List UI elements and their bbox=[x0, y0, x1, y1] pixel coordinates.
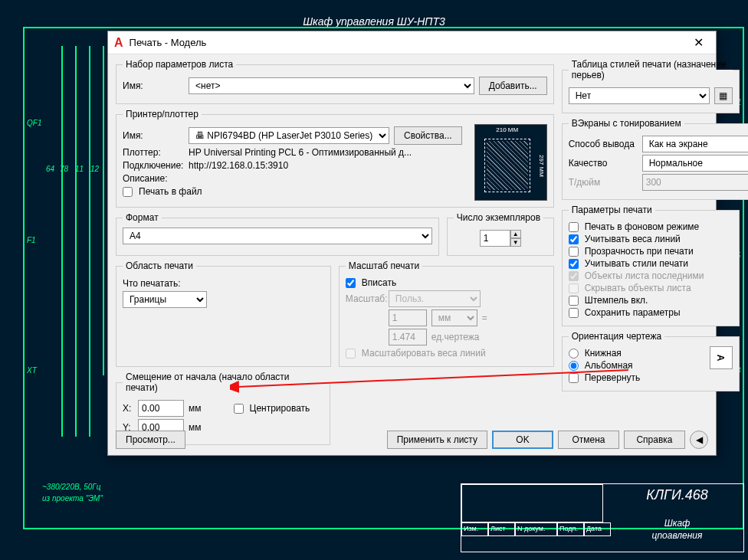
apply-to-layout-button[interactable]: Применить к листу bbox=[387, 431, 487, 449]
cad-num-12: 12 bbox=[90, 165, 99, 173]
copies-up-icon[interactable]: ▲ bbox=[510, 230, 521, 238]
format-select[interactable]: A4 bbox=[123, 228, 432, 244]
orientation-group: Ориентация чертежа Книжная Альбомная Пер… bbox=[562, 331, 740, 391]
page-setup-legend: Набор параметров листа bbox=[123, 59, 236, 70]
orientation-preview-icon: A bbox=[710, 346, 733, 369]
cad-num-78: 78 bbox=[60, 165, 68, 173]
offset-legend: Смещение от начала (начало области печат… bbox=[123, 372, 323, 393]
preview-height-label: 297 MM bbox=[538, 139, 545, 192]
plotter-value: HP Universal Printing PCL 6 - Оптимизиро… bbox=[189, 147, 412, 158]
print-area-legend: Область печати bbox=[123, 260, 196, 271]
opt-hide-objects-checkbox: Скрывать объекты листа bbox=[569, 283, 733, 293]
dialog-titlebar[interactable]: A Печать - Модель ✕ bbox=[108, 31, 716, 54]
format-legend: Формат bbox=[123, 212, 162, 223]
scale-group: Масштаб печати Вписать Масштаб: Польз. м… bbox=[339, 260, 554, 367]
help-button[interactable]: Справка bbox=[624, 431, 685, 449]
preview-width-label: 210 MM bbox=[484, 126, 530, 133]
opt-background-checkbox[interactable]: Печать в фоновом режиме bbox=[569, 221, 733, 232]
viewport-legend: ВЭкраны с тонированием bbox=[569, 118, 684, 129]
cad-label-qf1: QF1 bbox=[27, 119, 41, 127]
cad-drawing-title: Шкаф управления ШУ-НПТ3 bbox=[0, 15, 748, 28]
dialog-title: Печать - Модель bbox=[130, 37, 687, 48]
copies-down-icon[interactable]: ▼ bbox=[510, 238, 521, 247]
opt-save-checkbox[interactable]: Сохранить параметры bbox=[569, 307, 733, 318]
page-setup-group: Набор параметров листа Имя: <нет> Добави… bbox=[116, 59, 554, 104]
opt-paperspace-last-checkbox: Объекты листа последними bbox=[569, 270, 733, 281]
connection-value: http://192.168.0.15:3910 bbox=[189, 160, 288, 171]
printer-properties-button[interactable]: Свойства... bbox=[394, 126, 462, 145]
quality-select[interactable]: Нормальное bbox=[642, 155, 748, 172]
plot-style-edit-icon[interactable]: ▦ bbox=[714, 87, 733, 104]
what-print-label: Что печатать: bbox=[123, 278, 181, 289]
cad-project-ref: из проекта "ЭМ" bbox=[42, 494, 103, 503]
cad-label-f1: F1 bbox=[27, 236, 36, 244]
scale-select: Польз. bbox=[389, 290, 481, 307]
offset-x-input[interactable] bbox=[138, 400, 184, 417]
print-options-legend: Параметры печати bbox=[569, 205, 655, 215]
copies-input[interactable] bbox=[480, 230, 510, 247]
cad-num-11: 11 bbox=[75, 165, 84, 173]
connection-label: Подключение: bbox=[123, 160, 184, 171]
orientation-legend: Ориентация чертежа bbox=[569, 331, 664, 342]
printer-name-label: Имя: bbox=[123, 130, 184, 141]
copies-spinner[interactable]: ▲▼ bbox=[480, 230, 521, 247]
print-dialog: A Печать - Модель ✕ Набор параметров лис… bbox=[107, 31, 717, 456]
copies-legend: Число экземпляров bbox=[454, 212, 543, 223]
opt-transparency-checkbox[interactable]: Прозрачность при печати bbox=[569, 246, 733, 257]
expand-dialog-icon[interactable]: ◀ bbox=[690, 431, 708, 449]
offset-x-label: X: bbox=[123, 403, 133, 414]
what-print-select[interactable]: Границы bbox=[123, 291, 207, 308]
drawing-units-label: ед.чертежа bbox=[431, 332, 480, 342]
orientation-upside-checkbox[interactable]: Перевернуть bbox=[569, 372, 704, 383]
print-to-file-checkbox[interactable]: Печать в файл bbox=[123, 186, 462, 197]
printer-legend: Принтер/плоттер bbox=[123, 109, 202, 120]
dpi-label: Т/дюйм bbox=[569, 177, 638, 188]
scale-denominator-input bbox=[389, 329, 427, 345]
ok-button[interactable]: OK bbox=[492, 431, 553, 449]
plot-style-select[interactable]: Нет bbox=[569, 87, 710, 104]
cad-title-block: Изм. Лист N докум. Подп. Дата КЛГИ.468 Ш… bbox=[461, 483, 744, 552]
format-group: Формат A4 bbox=[116, 212, 439, 256]
cad-num-64: 64 bbox=[46, 165, 54, 173]
offset-x-unit: мм bbox=[189, 403, 202, 414]
quality-label: Качество bbox=[569, 158, 638, 169]
dpi-input bbox=[642, 174, 748, 191]
plot-styles-group: Таблица стилей печати (назначение перьев… bbox=[562, 59, 740, 113]
app-logo-icon: A bbox=[114, 36, 123, 50]
plotter-label: Плоттер: bbox=[123, 147, 184, 158]
pageset-name-select[interactable]: <нет> bbox=[189, 77, 474, 94]
plot-styles-legend: Таблица стилей печати (назначение перьев… bbox=[569, 59, 733, 80]
pageset-add-button[interactable]: Добавить... bbox=[479, 77, 547, 95]
printer-group: Принтер/плоттер Имя: 🖶 NPI6794BD (HP Las… bbox=[116, 109, 554, 208]
printer-name-select[interactable]: 🖶 NPI6794BD (HP LaserJet P3010 Series) bbox=[189, 127, 389, 144]
scale-equals: = bbox=[482, 313, 487, 323]
paper-preview: 210 MM 297 MM bbox=[474, 124, 547, 201]
center-checkbox[interactable]: Центрировать bbox=[234, 403, 310, 414]
orientation-landscape-radio[interactable]: Альбомная bbox=[569, 360, 704, 371]
scale-unit-select[interactable]: мм bbox=[431, 309, 477, 326]
copies-group: Число экземпляров ▲▼ bbox=[447, 212, 554, 256]
print-area-group: Область печати Что печатать: Границы bbox=[116, 260, 331, 367]
viewport-group: ВЭкраны с тонированием Способ вывода Как… bbox=[562, 118, 748, 200]
cad-label-xt: XT bbox=[27, 366, 37, 375]
orientation-portrait-radio[interactable]: Книжная bbox=[569, 348, 704, 359]
scale-numerator-input bbox=[389, 309, 427, 326]
description-label: Описание: bbox=[123, 173, 184, 184]
scale-legend: Масштаб печати bbox=[346, 260, 422, 271]
shade-method-select[interactable]: Как на экране bbox=[642, 136, 748, 152]
shade-method-label: Способ вывода bbox=[569, 139, 638, 149]
close-icon[interactable]: ✕ bbox=[687, 35, 710, 50]
scale-label: Масштаб: bbox=[346, 293, 384, 304]
opt-plot-styles-checkbox[interactable]: Учитывать стили печати bbox=[569, 258, 733, 269]
cad-voltage: ~380/220В, 50Гц bbox=[42, 483, 101, 491]
opt-lineweights-checkbox[interactable]: Учитывать веса линий bbox=[569, 234, 733, 244]
cancel-button[interactable]: Отмена bbox=[558, 431, 619, 449]
print-options-group: Параметры печати Печать в фоновом режиме… bbox=[562, 205, 740, 326]
pageset-name-label: Имя: bbox=[123, 80, 184, 91]
preview-button[interactable]: Просмотр... bbox=[116, 431, 185, 449]
fit-checkbox[interactable]: Вписать bbox=[346, 277, 547, 288]
opt-stamp-checkbox[interactable]: Штемпель вкл. bbox=[569, 295, 733, 306]
scale-lineweights-checkbox: Масштабировать веса линий bbox=[346, 348, 547, 359]
